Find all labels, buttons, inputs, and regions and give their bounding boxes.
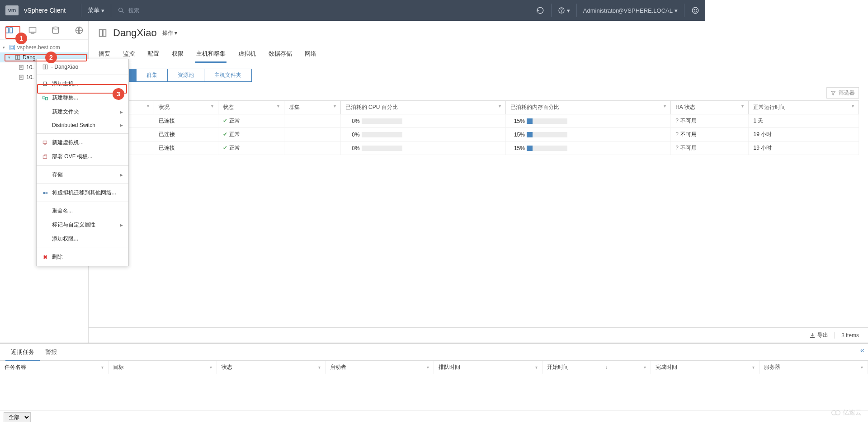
add-host-icon (42, 81, 48, 87)
sort-icon: ▾ (277, 104, 279, 108)
subtab-clusters[interactable]: 群集 (136, 69, 168, 82)
svg-point-6 (696, 9, 697, 10)
menu-dropdown[interactable]: 菜单 ▾ (88, 6, 104, 14)
cell-mem: 15% (505, 141, 670, 155)
tab-vms[interactable]: 虚拟机 (237, 46, 257, 63)
svg-point-34 (46, 192, 47, 194)
refresh-icon[interactable] (536, 6, 545, 15)
subtab-resource-pools[interactable]: 资源池 (167, 69, 204, 82)
cell-cluster (284, 114, 340, 128)
cell-ha: ?不可用 (671, 114, 705, 128)
sort-icon: ▾ (664, 104, 666, 108)
svg-rect-16 (18, 55, 20, 59)
separator (37, 248, 128, 248)
tab-datastores[interactable]: 数据存储 (268, 46, 293, 63)
page-title: DangXiao (113, 27, 157, 39)
col-state[interactable]: 状态▾ (218, 101, 284, 114)
cell-cluster (284, 141, 340, 155)
tree-label: Dang (23, 54, 36, 61)
svg-point-4 (692, 7, 698, 14)
app-title: vSphere Client (24, 7, 66, 14)
divider (81, 4, 81, 17)
tree-root-vcenter[interactable]: ▾ vsphere.best.com (0, 42, 88, 52)
chevron-down-icon: ▾ (175, 30, 177, 36)
main-content: DangXiao 操作 ▾ 摘要 监控 配置 权限 主机和群集 虚拟机 数据存储… (89, 21, 705, 343)
col-mem[interactable]: 已消耗的内存百分比▾ (505, 101, 670, 114)
vcenter-icon (9, 44, 15, 51)
user-dropdown[interactable]: Administrator@VSPHERE.LOCAL ▾ (583, 7, 678, 14)
svg-rect-15 (15, 55, 17, 59)
menu-migrate-network[interactable]: 将虚拟机迁移到其他网络... (37, 186, 128, 200)
svg-point-33 (43, 192, 45, 194)
chevron-right-icon: ▶ (120, 110, 123, 114)
storage-view-tab[interactable] (51, 25, 61, 36)
blank-icon (42, 222, 48, 228)
menu-new-folder[interactable]: 新建文件夹 ▶ (37, 105, 128, 119)
question-icon: ? (675, 131, 679, 137)
cell-status: 已连接 (154, 128, 218, 141)
vms-templates-view-tab[interactable] (27, 25, 38, 36)
menu-storage[interactable]: 存储 ▶ (37, 168, 128, 182)
chevron-right-icon: ▶ (120, 123, 123, 127)
progress-bar (527, 132, 567, 137)
table-row[interactable]: 已连接✔正常0%15%?不可用19 小时 (98, 141, 706, 155)
object-tabs: 摘要 监控 配置 权限 主机和群集 虚拟机 数据存储 网络 (98, 46, 705, 63)
svg-rect-10 (31, 32, 34, 33)
menu-distributed-switch[interactable]: Distributed Switch ▶ (37, 119, 128, 132)
question-icon: ? (675, 118, 679, 124)
svg-rect-24 (46, 65, 47, 69)
table-row[interactable]: 已连接✔正常0%15%?不可用19 小时 (98, 128, 706, 141)
col-cpu[interactable]: 已消耗的 CPU 百分比▾ (340, 101, 505, 114)
table-row[interactable]: 已连接✔正常0%15%?不可用1 天 (98, 114, 706, 128)
hosts-clusters-view-tab[interactable] (4, 25, 14, 36)
menu-label: 添加权限... (52, 235, 78, 243)
divider (551, 4, 552, 17)
col-ha[interactable]: HA 状态▾ (671, 101, 705, 114)
menu-rename[interactable]: 重命名... (37, 204, 128, 218)
menu-delete[interactable]: ✖ 删除 (37, 250, 128, 264)
recent-tasks-panel: 近期任务 警报 « 任务名称▾ 目标▾ 状态▾ 启动者▾ 排队时间▾ 开始时间↓… (0, 343, 705, 344)
smiley-feedback-icon[interactable] (691, 6, 700, 15)
tab-hosts-clusters[interactable]: 主机和群集 (195, 46, 226, 63)
svg-line-1 (122, 11, 123, 13)
col-status[interactable]: 状况▾ (154, 101, 218, 114)
user-name: Administrator@VSPHERE.LOCAL (583, 7, 673, 14)
cell-mem: 15% (505, 128, 670, 141)
search-box[interactable]: 搜索 (118, 7, 139, 14)
help-dropdown[interactable]: ▾ (558, 7, 570, 14)
menu-tags[interactable]: 标记与自定义属性 ▶ (37, 218, 128, 232)
chevron-down-icon[interactable]: ▾ (8, 55, 13, 60)
actions-label: 操作 (162, 29, 173, 37)
menu-add-permission[interactable]: 添加权限... (37, 232, 128, 246)
svg-rect-36 (99, 30, 102, 37)
menu-new-vm[interactable]: 新建虚拟机... (37, 136, 128, 150)
cell-cluster (284, 128, 340, 141)
chevron-down-icon[interactable]: ▾ (3, 45, 7, 50)
chevron-down-icon: ▾ (567, 7, 570, 14)
svg-rect-29 (46, 97, 48, 100)
sort-icon: ▾ (211, 104, 213, 108)
tree-label: 10. (26, 74, 34, 80)
tab-configure[interactable]: 配置 (146, 46, 160, 63)
tree-label: vsphere.best.com (17, 44, 60, 51)
col-cluster[interactable]: 群集▾ (284, 101, 340, 114)
menu-deploy-ovf[interactable]: 部署 OVF 模板... (37, 150, 128, 164)
networking-view-tab[interactable] (74, 25, 85, 36)
search-icon (118, 7, 125, 14)
subtab-host-folders[interactable]: 主机文件夹 (204, 69, 252, 82)
sort-icon: ▾ (334, 104, 336, 108)
actions-dropdown[interactable]: 操作 ▾ (162, 29, 177, 37)
annotation-number-2: 2 (45, 52, 57, 63)
progress-bar (362, 118, 402, 124)
cell-ha: ?不可用 (671, 128, 705, 141)
menu-add-host[interactable]: 添加主机... (37, 77, 128, 91)
tab-networks[interactable]: 网络 (304, 46, 317, 63)
migrate-icon (42, 190, 48, 196)
context-menu-title: - DangXiao (51, 64, 78, 70)
tab-permissions[interactable]: 权限 (171, 46, 184, 63)
svg-rect-13 (10, 45, 15, 50)
hosts-grid-wrap: 名称▾ 状况▾ 状态▾ 群集▾ 已消耗的 CPU 百分比▾ 已消耗的内存百分比▾… (89, 100, 705, 327)
menu-label: 部署 OVF 模板... (52, 153, 92, 160)
divider (576, 4, 577, 17)
inventory-view-tabs (0, 21, 88, 40)
